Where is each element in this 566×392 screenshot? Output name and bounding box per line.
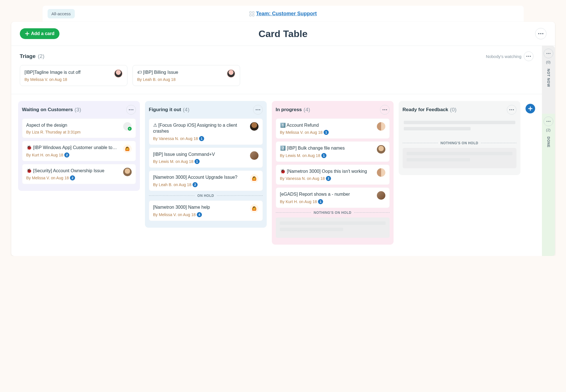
card[interactable]: [eGADS] Report shows a - number By Kurt … [276,188,390,208]
on-hold-divider: NOTHING'S ON HOLD [276,211,390,215]
svg-point-13 [256,109,257,110]
rail-label: DONE [546,137,550,148]
comment-badge: 1 [195,159,200,164]
triage-more-button[interactable] [524,51,533,61]
add-column-button[interactable] [526,104,535,113]
svg-point-22 [546,53,547,54]
card-meta: By Leah B. on Aug 18 [153,182,191,187]
placeholder-line [404,121,515,124]
avatar-ooo-icon: 🙆 [123,145,132,153]
svg-point-16 [383,109,384,110]
card-meta: By Kurt H. on Aug 18 [280,199,317,204]
card-title: 🐞 [IBP Windows App] Customer unable to… [26,145,120,151]
card-title: [IBP]Tagline Image is cut off [25,69,111,76]
column-count: (4) [183,107,189,113]
svg-point-25 [546,121,547,122]
access-badge[interactable]: All-access [48,9,75,18]
card[interactable]: [Nametron 3000] Name help By Melissa V. … [149,201,263,221]
right-rails: (0) NOT NOW (2) DONE [542,46,555,256]
rail-done[interactable]: (2) DONE [542,114,555,256]
svg-point-26 [548,121,549,122]
comment-badge: 2 [70,175,75,180]
svg-point-15 [259,109,260,110]
card-title: 2️⃣ [IBP] Bulk change file names [280,145,374,151]
card[interactable]: [IBP] Issue using Command+V By Lewis M. … [149,148,263,168]
page-more-button[interactable] [535,28,546,39]
svg-point-7 [526,56,527,57]
avatar [250,122,259,131]
column-more-button[interactable] [507,105,516,115]
svg-rect-3 [252,14,254,16]
on-hold-divider: ON HOLD [149,194,263,198]
columns-section: Waiting on Customers (3) Aspect of the d… [11,94,542,256]
column-more-button[interactable] [126,105,136,115]
avatar [227,69,235,78]
card-title: [Nametron 3000] Account Upgrade Issue? [153,174,247,180]
rail-count: (2) [546,128,551,132]
rail-not-now[interactable]: (0) NOT NOW [542,46,555,114]
comment-badge: 1 [324,130,329,135]
column-title: In progress [276,107,302,113]
svg-point-23 [548,53,549,54]
triage-count: (2) [38,53,44,59]
card-meta: By Melissa V. on Aug 18 [26,176,69,180]
placeholder-card [403,148,516,168]
card-meta: By Melissa V. on Aug 18 [280,130,322,135]
comment-badge: 2 [64,152,69,158]
card[interactable]: 2️⃣ [IBP] Bulk change file names By Lewi… [276,141,390,162]
placeholder-line [280,221,386,225]
svg-point-10 [129,109,130,110]
triage-section: Triage (2) Nobody's watching [IBP]Taglin… [11,46,542,94]
rail-more-button[interactable] [544,117,553,126]
card[interactable]: ⚠ [Focus Group iOS] Assigning to a clien… [149,119,263,145]
comment-badge: 2 [326,176,331,181]
plus-icon [25,31,29,36]
column-count: (3) [74,107,81,113]
add-card-label: Add a card [31,31,55,36]
header: Add a card Card Table [11,22,555,46]
placeholder-line [407,158,470,161]
card[interactable]: [Nametron 3000] Account Upgrade Issue? B… [149,171,263,191]
card[interactable]: 🐞 [Security] Account Ownership Issue By … [22,164,136,184]
triage-title: Triage [20,53,36,59]
avatar-unassigned[interactable] [123,122,132,131]
avatar [377,191,385,200]
column-more-button[interactable] [253,105,263,115]
triage-card[interactable]: [IBP]Tagline Image is cut off By Melissa… [20,65,127,86]
rail-more-button[interactable] [544,49,553,58]
svg-point-14 [257,109,259,110]
triage-card[interactable]: 🏷 [IBP] Billing Issue By Leah B. on Aug … [133,65,240,86]
column-title: Figuring it out [149,107,181,113]
card-title: [IBP] Issue using Command+V [153,151,247,158]
team-link[interactable]: Team: Customer Support [256,11,317,17]
column-waiting: Waiting on Customers (3) Aspect of the d… [18,101,140,191]
placeholder-card [276,217,390,238]
svg-point-24 [549,53,550,54]
main-panel: Add a card Card Table Triage (2) Nobody'… [11,22,555,256]
card[interactable]: Aspect of the design By Liza R. Thursday… [22,119,136,138]
svg-rect-1 [252,12,254,13]
avatar [377,122,385,131]
card[interactable]: 🐞 [Nametron 3000] Oops this isn't workin… [276,165,390,185]
card-title: 🐞 [Security] Account Ownership Issue [26,168,120,174]
grid-icon [249,11,254,16]
svg-point-5 [540,33,541,34]
column-title: Ready for Feedback [403,107,448,113]
add-card-button[interactable]: Add a card [20,28,60,39]
column-more-button[interactable] [380,105,390,115]
svg-rect-0 [249,12,251,13]
avatar [114,69,123,78]
avatar [123,168,132,176]
card[interactable]: 🐞 [IBP Windows App] Customer unable to… … [22,141,136,161]
card[interactable]: 1️⃣ Account Refund By Melissa V. on Aug … [276,119,390,139]
column-ready: Ready for Feedback (0) NOTHING'S ON HOLD [399,101,520,175]
card-title: 1️⃣ Account Refund [280,122,374,128]
avatar [377,168,385,177]
svg-point-20 [511,109,512,110]
card-title: Aspect of the design [26,122,120,128]
watching-label[interactable]: Nobody's watching [486,54,521,59]
card-title: 🐞 [Nametron 3000] Oops this isn't workin… [280,168,374,175]
breadcrumb-bar: All-access Team: Customer Support [42,6,524,22]
column-title: Waiting on Customers [22,107,73,113]
placeholder-line [407,152,512,155]
